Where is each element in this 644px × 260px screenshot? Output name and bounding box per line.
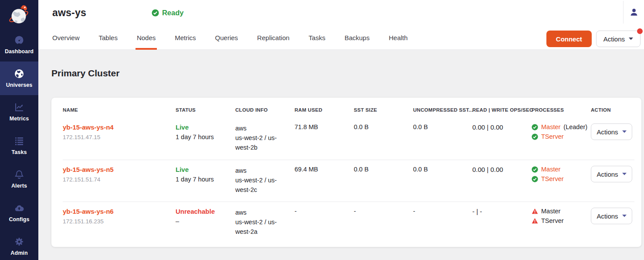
column-header-sst-size: SST SIZE [354, 107, 413, 113]
sidebar-item-tasks[interactable]: Tasks [0, 129, 38, 162]
sidebar-item-label: Alerts [11, 183, 27, 189]
tab-tables[interactable]: Tables [99, 25, 118, 50]
sidebar-item-label: Tasks [11, 149, 27, 155]
node-actions-button[interactable]: Actions [591, 166, 632, 182]
uncompressed-sst-value: 0.0 B [413, 166, 472, 173]
column-header-action: ACTION [591, 107, 634, 113]
tab-overview[interactable]: Overview [52, 25, 80, 50]
section-title: Primary Cluster [51, 68, 641, 79]
notification-dot [637, 28, 643, 34]
dashboard-icon [14, 35, 24, 45]
sst-size-value: - [354, 208, 413, 215]
node-ip: 172.151.16.235 [63, 218, 176, 225]
tab-nodes[interactable]: Nodes [137, 25, 156, 50]
node-uptime: – [176, 218, 235, 225]
sidebar-item-universes[interactable]: Universes [0, 62, 38, 95]
actions-button-label: Actions [603, 35, 625, 43]
cloud-region: us-west-2 / us-west-2b [235, 133, 283, 152]
sst-size-value: 0.0 B [354, 166, 413, 173]
node-uptime: 1 day 7 hours [176, 176, 235, 183]
column-header-uncompressed-sst: UNCOMPRESSED SST... [413, 107, 472, 113]
actions-button-label: Actions [597, 128, 618, 136]
cloud-provider: aws [235, 208, 295, 217]
node-uptime: 1 day 7 hours [176, 133, 235, 140]
node-status: Live [176, 166, 235, 173]
nodes-content: Primary Cluster NAME STATUS CLOUD INFO R… [38, 50, 644, 260]
warning-triangle-icon [532, 218, 538, 224]
sidebar-item-label: Universes [6, 82, 33, 88]
caret-down-icon [622, 130, 627, 133]
check-circle-icon [532, 166, 538, 173]
uncompressed-sst-value: 0.0 B [413, 123, 472, 130]
table-row-node-n5: yb-15-aws-ys-n5 172.151.51.74 Live 1 day… [63, 160, 634, 202]
sidebar-item-label: Dashboard [5, 48, 34, 55]
node-name-link[interactable]: yb-15-aws-ys-n6 [63, 208, 114, 215]
column-header-processes: PROCESSES [532, 107, 591, 113]
user-menu[interactable] [623, 1, 644, 24]
column-header-read-write: READ | WRITE OPS/SEC [472, 107, 532, 113]
column-header-name: NAME [63, 107, 176, 113]
universe-actions-button[interactable]: Actions [596, 31, 641, 47]
main-area: aws-ys Ready Overview Table [38, 0, 644, 260]
sidebar-item-metrics[interactable]: Metrics [0, 95, 38, 129]
process-master-label: Master [541, 208, 560, 215]
sidebar-item-label: Configs [9, 216, 29, 222]
yugabyte-logo-icon[interactable] [0, 0, 38, 28]
tab-replication[interactable]: Replication [257, 25, 289, 50]
node-ip: 172.151.51.74 [63, 176, 176, 183]
read-write-ops-value: 0.00 | 0.00 [472, 166, 532, 173]
caret-down-icon [629, 38, 633, 40]
metrics-chart-icon [14, 102, 24, 113]
node-ip: 172.151.47.15 [63, 134, 176, 140]
process-master-link[interactable]: Master [541, 166, 560, 173]
process-tserver-link[interactable]: TServer [541, 175, 564, 182]
cloud-region: us-west-2 / us-west-2a [235, 217, 283, 236]
tasks-list-icon [14, 136, 24, 146]
universe-tabs: Overview Tables Nodes Metrics Queries Re… [38, 25, 644, 50]
cloud-provider: aws [235, 166, 295, 175]
check-circle-icon [152, 9, 159, 17]
sidebar: Dashboard Universes Metrics [0, 0, 38, 260]
ram-used-value: 71.8 MB [295, 123, 354, 130]
sst-size-value: 0.0 B [354, 123, 413, 130]
table-row-node-n6: yb-15-aws-ys-n6 172.151.16.235 Unreachab… [63, 202, 634, 247]
tab-metrics[interactable]: Metrics [175, 25, 196, 50]
tab-tasks[interactable]: Tasks [308, 25, 325, 50]
universe-status-badge: Ready [152, 9, 184, 17]
cloud-provider: aws [235, 123, 295, 133]
process-leader-suffix: (Leader) [563, 123, 587, 130]
read-write-ops-value: - | - [472, 208, 532, 215]
tab-health[interactable]: Health [389, 25, 407, 50]
node-actions-button[interactable]: Actions [591, 123, 632, 140]
actions-button-label: Actions [597, 212, 618, 220]
admin-gear-icon [14, 236, 24, 247]
table-header-row: NAME STATUS CLOUD INFO RAM USED SST SIZE… [63, 98, 634, 118]
node-actions-button[interactable]: Actions [591, 208, 632, 224]
caret-down-icon [622, 215, 627, 217]
warning-triangle-icon [532, 208, 538, 215]
process-tserver-label: TServer [541, 217, 564, 224]
table-row-node-n4: yb-15-aws-ys-n4 172.151.47.15 Live 1 day… [63, 118, 634, 160]
connect-button[interactable]: Connect [546, 31, 592, 47]
tab-backups[interactable]: Backups [345, 25, 370, 50]
alerts-bell-icon [14, 169, 24, 180]
sidebar-item-admin[interactable]: Admin [0, 229, 38, 260]
sidebar-item-alerts[interactable]: Alerts [0, 162, 38, 196]
node-name-link[interactable]: yb-15-aws-ys-n5 [63, 166, 114, 173]
process-master-link[interactable]: Master [541, 123, 560, 130]
check-circle-icon [532, 133, 538, 140]
universe-header: aws-ys Ready Overview Table [38, 0, 644, 50]
process-tserver-link[interactable]: TServer [541, 133, 564, 140]
sidebar-item-configs[interactable]: Configs [0, 196, 38, 229]
tab-queries[interactable]: Queries [215, 25, 238, 50]
column-header-cloud-info: CLOUD INFO [235, 107, 295, 113]
universes-globe-icon [14, 68, 24, 79]
sidebar-item-label: Metrics [10, 116, 29, 122]
node-name-link[interactable]: yb-15-aws-ys-n4 [63, 123, 114, 131]
node-status: Live [176, 123, 235, 131]
column-header-ram-used: RAM USED [295, 107, 354, 113]
sidebar-item-dashboard[interactable]: Dashboard [0, 28, 38, 62]
universe-title: aws-ys [52, 7, 86, 19]
sidebar-item-label: Admin [10, 250, 27, 256]
read-write-ops-value: 0.00 | 0.00 [472, 123, 532, 131]
